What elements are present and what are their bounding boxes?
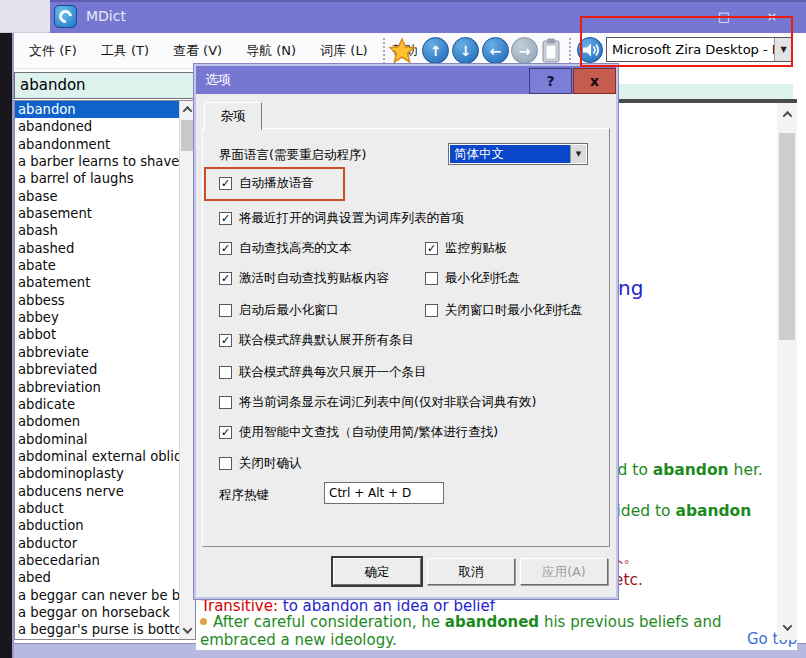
ok-button[interactable]: 确定 (333, 558, 421, 585)
checkbox-checked[interactable]: ✓自动查找高亮的文本 (219, 240, 352, 257)
language-label: 界面语言(需要重启动程序) (219, 147, 366, 164)
window-title: MDict (86, 8, 126, 24)
checkmark-icon[interactable]: ✓ (219, 212, 232, 225)
word-list-item[interactable]: abdominoplasty (15, 465, 180, 482)
scrollbar-thumb[interactable] (181, 120, 194, 151)
dialog-close-button[interactable]: x (573, 68, 616, 94)
example-line-2: embraced a new ideology. (200, 631, 397, 649)
word-list-item[interactable]: abbreviate (15, 344, 180, 361)
word-list-item[interactable]: abandon (15, 101, 180, 118)
checkmark-icon[interactable]: ✓ (219, 334, 232, 347)
checkmark-icon[interactable]: ✓ (219, 177, 232, 190)
checkbox-checked[interactable]: ✓自动播放语音 (219, 175, 314, 192)
empty-checkbox[interactable] (425, 272, 438, 285)
word-list-item[interactable]: abductor (15, 535, 180, 552)
word-list-item[interactable]: a beggar on horseback (15, 604, 180, 621)
menu-item[interactable]: 导航 (N) (246, 42, 296, 60)
toolbar-separator-2 (569, 38, 571, 64)
checkmark-icon[interactable]: ✓ (425, 242, 438, 255)
clipboard-icon[interactable] (540, 36, 562, 65)
checkbox-checked[interactable]: ✓使用智能中文查找（自动使用简/繁体进行查找) (219, 424, 498, 441)
checkbox-row: ✓自动查找高亮的文本✓监控剪贴板 (203, 240, 609, 258)
word-list-item[interactable]: abashed (15, 240, 180, 257)
word-list-item[interactable]: abatement (15, 274, 180, 291)
checkbox-checked[interactable]: ✓激活时自动查找剪贴板内容 (219, 270, 389, 287)
word-list-item[interactable]: a barrel of laughs (15, 170, 180, 187)
scroll-up-icon[interactable] (180, 101, 195, 118)
word-list-item[interactable]: abbot (15, 326, 180, 343)
word-list-item[interactable]: a beggar can never be ba (15, 587, 180, 604)
hotkey-input[interactable]: Ctrl + Alt + D (324, 482, 444, 504)
empty-checkbox[interactable] (219, 396, 232, 409)
dialog-help-button[interactable]: ? (529, 68, 572, 94)
menu-item[interactable]: 查看 (V) (173, 42, 222, 60)
nav-down-button[interactable]: ↓ (452, 37, 479, 64)
search-input[interactable]: abandon (14, 72, 196, 99)
cancel-button[interactable]: 取消 (427, 558, 515, 585)
content-scrollbar[interactable] (777, 103, 797, 640)
scroll-down-icon[interactable] (777, 616, 797, 638)
word-list-item[interactable]: abash (15, 222, 180, 239)
word-list-item[interactable]: abecedarian (15, 552, 180, 569)
scrollbar-thumb[interactable] (779, 133, 795, 340)
empty-checkbox[interactable] (219, 457, 232, 470)
word-list-item[interactable]: abandonment (15, 136, 180, 153)
word-list-item[interactable]: abed (15, 569, 180, 586)
word-list-item[interactable]: abase (15, 188, 180, 205)
checkbox-unchecked[interactable]: 关闭窗口时最小化到托盘 (425, 302, 583, 319)
checkbox-unchecked[interactable]: 联合模式辞典每次只展开一个条目 (219, 364, 427, 381)
menu-item[interactable]: 词库 (L) (320, 42, 368, 60)
scroll-down-icon[interactable] (180, 622, 195, 639)
checkbox-unchecked[interactable]: 关闭时确认 (219, 455, 302, 472)
nav-forward-button[interactable]: → (511, 37, 538, 64)
entry-header-strip (616, 84, 793, 99)
favorites-star-icon[interactable] (388, 37, 416, 65)
checkbox-unchecked[interactable]: 启动后最小化窗口 (219, 302, 339, 319)
hotkey-label: 程序热键 (219, 487, 269, 504)
word-list-item[interactable]: abdomen (15, 413, 180, 430)
word-list-item[interactable]: a barber learns to shave b (15, 153, 180, 170)
checkbox-checked[interactable]: ✓将最近打开的词典设置为词库列表的首项 (219, 210, 464, 227)
checkmark-icon[interactable]: ✓ (219, 272, 232, 285)
word-list-item[interactable]: abdicate (15, 396, 180, 413)
apply-button[interactable]: 应用(A) (520, 558, 608, 585)
toolbar-separator (383, 38, 385, 64)
app-icon (54, 5, 77, 28)
empty-checkbox[interactable] (219, 366, 232, 379)
language-dropdown-arrow-icon[interactable]: ▼ (570, 145, 586, 163)
checkbox-unchecked[interactable]: 将当前词条显示在词汇列表中间(仅对非联合词典有效) (219, 394, 536, 411)
word-list-item[interactable]: abate (15, 257, 180, 274)
nav-up-button[interactable]: ↑ (422, 37, 449, 64)
scroll-up-icon[interactable] (777, 103, 797, 125)
checkmark-icon[interactable]: ✓ (219, 242, 232, 255)
word-list-scrollbar[interactable] (179, 101, 195, 639)
options-dialog: 选项 ? x 杂项 界面语言(需要重启动程序) 简体中文 ▼ ✓自动播放语音✓将… (196, 66, 616, 597)
checkbox-label: 激活时自动查找剪贴板内容 (239, 270, 389, 287)
word-list-item[interactable]: abandoned (15, 118, 180, 135)
menu-item[interactable]: 工具 (T) (101, 42, 149, 60)
word-list-item[interactable]: abbreviated (15, 361, 180, 378)
checkmark-icon[interactable]: ✓ (219, 426, 232, 439)
checkbox-row: ✓激活时自动查找剪贴板内容最小化到托盘 (203, 270, 609, 288)
word-list-item[interactable]: abducens nerve (15, 483, 180, 500)
empty-checkbox[interactable] (219, 304, 232, 317)
word-list-item[interactable]: abdominal (15, 431, 180, 448)
word-list-item[interactable]: abasement (15, 205, 180, 222)
word-list-item[interactable]: a beggar's purse is botton (15, 621, 180, 638)
word-list-item[interactable]: abduction (15, 517, 180, 534)
checkbox-checked[interactable]: ✓监控剪贴板 (425, 240, 508, 257)
word-list-item[interactable]: abbess (15, 292, 180, 309)
menu-item[interactable]: 文件 (F) (29, 42, 77, 60)
word-list-item[interactable]: abdominal external obliqu (15, 448, 180, 465)
nav-back-button[interactable]: ← (482, 37, 509, 64)
checkbox-label: 将最近打开的词典设置为词库列表的首项 (239, 210, 464, 227)
word-list-item[interactable]: abbreviation (15, 379, 180, 396)
checkbox-checked[interactable]: ✓联合模式辞典默认展开所有条目 (219, 332, 414, 349)
language-dropdown[interactable]: 简体中文 ▼ (448, 143, 588, 165)
checkbox-unchecked[interactable]: 最小化到托盘 (425, 270, 520, 287)
word-list-item[interactable]: abduct (15, 500, 180, 517)
tab-misc[interactable]: 杂项 (204, 102, 262, 130)
empty-checkbox[interactable] (425, 304, 438, 317)
word-list-item[interactable]: abbey (15, 309, 180, 326)
dialog-title: 选项 (196, 71, 529, 89)
